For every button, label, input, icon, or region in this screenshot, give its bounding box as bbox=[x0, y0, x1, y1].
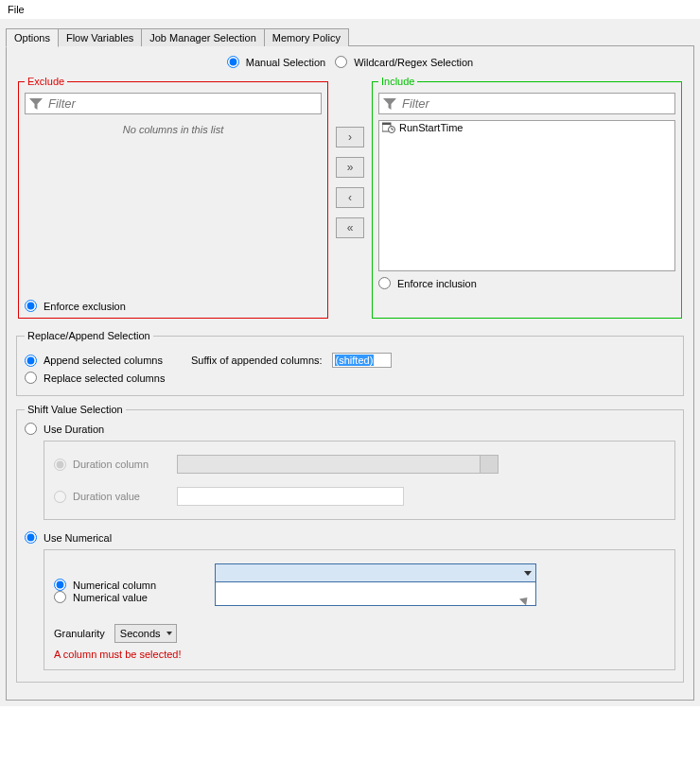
radio-duration-value: Duration value bbox=[54, 491, 167, 503]
double-chevron-right-icon: » bbox=[347, 161, 354, 174]
radio-use-duration-label: Use Duration bbox=[44, 424, 104, 435]
radio-replace-label: Replace selected columns bbox=[44, 372, 165, 384]
radio-manual-selection-input[interactable] bbox=[227, 56, 239, 68]
radio-append-label: Append selected columns bbox=[44, 355, 163, 366]
radio-append[interactable]: Append selected columns bbox=[25, 355, 163, 367]
radio-manual-selection-label: Manual Selection bbox=[246, 57, 325, 68]
radio-use-duration-input[interactable] bbox=[25, 423, 37, 435]
list-item[interactable]: RunStartTime bbox=[379, 121, 674, 134]
radio-use-numerical[interactable]: Use Numerical bbox=[25, 531, 112, 544]
double-chevron-left-icon: « bbox=[347, 221, 354, 234]
radio-wildcard-selection-input[interactable] bbox=[335, 56, 347, 68]
radio-numerical-value-input[interactable] bbox=[54, 591, 66, 603]
move-all-right-button[interactable]: » bbox=[336, 157, 364, 178]
chevron-left-icon: ‹ bbox=[348, 191, 352, 204]
exclude-filter[interactable] bbox=[25, 93, 322, 114]
error-message: A column must be selected! bbox=[54, 649, 665, 660]
tab-memory-policy[interactable]: Memory Policy bbox=[264, 28, 349, 46]
radio-enforce-inclusion-label: Enforce inclusion bbox=[397, 278, 477, 289]
radio-append-input[interactable] bbox=[25, 355, 37, 367]
move-all-left-button[interactable]: « bbox=[336, 217, 364, 238]
radio-duration-column: Duration column bbox=[54, 459, 167, 471]
exclude-list[interactable]: No columns in this list bbox=[25, 120, 322, 271]
radio-manual-selection[interactable]: Manual Selection bbox=[227, 56, 325, 68]
exclude-filter-input[interactable] bbox=[46, 95, 317, 112]
duration-panel: Duration column Duration value bbox=[44, 441, 675, 520]
radio-wildcard-selection-label: Wildcard/Regex Selection bbox=[354, 57, 473, 68]
svg-rect-1 bbox=[382, 123, 391, 125]
numerical-column-combo[interactable] bbox=[215, 563, 536, 582]
radio-duration-column-input bbox=[54, 459, 66, 471]
radio-enforce-exclusion-label: Enforce exclusion bbox=[44, 301, 126, 312]
menu-file[interactable]: File bbox=[4, 2, 28, 17]
tab-job-manager[interactable]: Job Manager Selection bbox=[141, 28, 265, 46]
radio-replace-input[interactable] bbox=[25, 372, 37, 384]
granularity-value: Seconds bbox=[120, 628, 161, 639]
shift-value-legend: Shift Value Selection bbox=[25, 404, 126, 415]
tab-bar: Options Flow Variables Job Manager Selec… bbox=[6, 26, 694, 46]
radio-enforce-exclusion[interactable]: Enforce exclusion bbox=[25, 300, 322, 312]
include-filter-input[interactable] bbox=[400, 95, 671, 112]
list-item-label: RunStartTime bbox=[399, 122, 463, 133]
radio-use-numerical-label: Use Numerical bbox=[44, 532, 112, 544]
move-left-button[interactable]: ‹ bbox=[336, 187, 364, 208]
radio-duration-value-label: Duration value bbox=[73, 491, 140, 502]
radio-duration-column-label: Duration column bbox=[73, 459, 149, 470]
radio-enforce-exclusion-input[interactable] bbox=[25, 300, 37, 312]
radio-numerical-column-input[interactable] bbox=[54, 579, 66, 591]
exclude-legend: Exclude bbox=[25, 76, 67, 87]
radio-duration-value-input bbox=[54, 491, 66, 503]
radio-wildcard-selection[interactable]: Wildcard/Regex Selection bbox=[335, 56, 473, 68]
radio-numerical-column-label: Numerical column bbox=[73, 580, 156, 591]
duration-column-combo bbox=[177, 455, 499, 474]
radio-numerical-value[interactable]: Numerical value bbox=[54, 591, 205, 603]
radio-use-numerical-input[interactable] bbox=[25, 531, 37, 544]
tab-options[interactable]: Options bbox=[6, 28, 59, 47]
filter-icon bbox=[29, 98, 43, 110]
suffix-input[interactable]: (shifted) bbox=[332, 353, 392, 368]
include-filter[interactable] bbox=[378, 93, 675, 114]
datetime-icon bbox=[382, 122, 395, 133]
exclude-panel: Exclude No columns in this list Enforce … bbox=[18, 76, 328, 319]
numerical-column-combo-list[interactable] bbox=[215, 581, 536, 606]
radio-numerical-value-label: Numerical value bbox=[73, 592, 148, 603]
numerical-panel: Numerical column Numerical value Granula… bbox=[44, 549, 675, 670]
replace-append-legend: Replace/Append Selection bbox=[25, 330, 153, 341]
chevron-right-icon: › bbox=[348, 130, 352, 144]
radio-enforce-inclusion-input[interactable] bbox=[378, 277, 391, 289]
exclude-empty-text: No columns in this list bbox=[123, 124, 223, 135]
granularity-select[interactable]: Seconds bbox=[114, 624, 177, 643]
suffix-label: Suffix of appended columns: bbox=[191, 355, 323, 366]
include-panel: Include RunStartTime bbox=[372, 76, 682, 319]
include-legend: Include bbox=[378, 76, 417, 87]
radio-use-duration[interactable]: Use Duration bbox=[25, 423, 104, 435]
filter-icon bbox=[383, 98, 396, 110]
replace-append-group: Replace/Append Selection Append selected… bbox=[16, 330, 684, 396]
granularity-label: Granularity bbox=[54, 628, 105, 639]
radio-replace[interactable]: Replace selected columns bbox=[25, 372, 165, 384]
include-list[interactable]: RunStartTime bbox=[378, 120, 675, 271]
radio-enforce-inclusion[interactable]: Enforce inclusion bbox=[378, 277, 675, 289]
duration-value-input bbox=[177, 487, 404, 506]
tab-flow-variables[interactable]: Flow Variables bbox=[58, 28, 142, 46]
suffix-value: (shifted) bbox=[335, 355, 375, 366]
move-right-button[interactable]: › bbox=[336, 127, 364, 147]
radio-numerical-column[interactable]: Numerical column bbox=[54, 579, 205, 591]
shift-value-group: Shift Value Selection Use Duration Durat… bbox=[16, 404, 684, 683]
